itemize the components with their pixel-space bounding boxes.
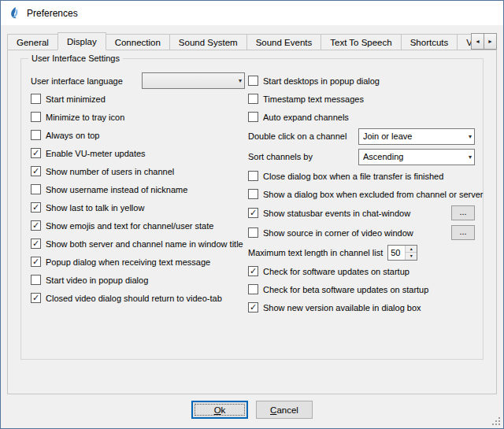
checkbox-label[interactable]: Popup dialog when receiving text message: [46, 257, 210, 267]
checkbox-show-new-version-in-dialog-box[interactable]: ✓: [248, 302, 258, 313]
checkbox-close-dialog-when-file-transfer-finished[interactable]: [248, 171, 258, 181]
checkbox-label[interactable]: Show statusbar events in chat-window: [263, 209, 410, 218]
checkbox-label[interactable]: Start video in popup dialog: [46, 276, 148, 285]
checkbox-row[interactable]: ✓ Show emojis and text for channel/user …: [31, 216, 245, 235]
tab-scroll-left-button[interactable]: ◄: [471, 33, 484, 50]
checkbox-label[interactable]: Show number of users in channel: [46, 167, 174, 176]
checkbox-label[interactable]: Enable VU-meter updates: [46, 149, 146, 158]
checkbox-auto-expand-channels[interactable]: [248, 112, 258, 122]
checkbox-row[interactable]: ✓ Show new version available in dialog b…: [248, 298, 475, 316]
tab-sound-events[interactable]: Sound Events: [246, 34, 322, 50]
tab-general[interactable]: General: [7, 34, 58, 50]
checkbox-row[interactable]: ✓ Popup dialog when receiving text messa…: [31, 253, 245, 271]
checkbox-timestamp-text-messages[interactable]: [248, 94, 258, 104]
checkbox-label[interactable]: Show source in corner of video window: [263, 228, 413, 238]
group-title: User Interface Settings: [28, 54, 123, 63]
cancel-button[interactable]: Cancel: [256, 401, 313, 419]
checkbox-row[interactable]: Auto expand channels: [248, 108, 475, 126]
right-column: Start desktops in popup dialog Timestamp…: [248, 72, 475, 316]
checkbox-minimize-to-tray-icon[interactable]: [31, 112, 41, 122]
chevron-down-icon: ▾: [464, 133, 472, 140]
checkbox-row[interactable]: Minimize to tray icon: [31, 108, 245, 126]
checkbox-row[interactable]: ✓ Show both server and channel name in w…: [31, 235, 245, 253]
checkbox-row[interactable]: Timestamp text messages: [248, 90, 475, 108]
checkbox-label[interactable]: Start desktops in popup dialog: [263, 76, 380, 86]
spinbox-value[interactable]: 50: [388, 246, 405, 260]
checkbox-label[interactable]: Show new version available in dialog box: [263, 303, 421, 313]
tab-display[interactable]: Display: [57, 32, 106, 50]
sort-channels-row: Sort channels by Ascending ▾: [248, 146, 475, 167]
checkbox-row[interactable]: Show username instead of nickname: [31, 180, 245, 198]
sort-channels-combobox[interactable]: Ascending ▾: [358, 149, 475, 165]
checkbox-show-statusbar-events-in-chat-window[interactable]: ✓: [248, 208, 258, 218]
checkbox-start-video-in-popup-dialog[interactable]: [31, 275, 41, 285]
checkbox-check-for-software-updates[interactable]: ✓: [248, 266, 258, 276]
double-click-label: Double click on a channel: [248, 131, 346, 141]
checkbox-label[interactable]: Show username instead of nickname: [46, 185, 187, 194]
checkbox-label[interactable]: Check for beta software updates on start…: [263, 285, 428, 294]
checkbox-row[interactable]: Start desktops in popup dialog: [248, 72, 475, 90]
checkbox-row[interactable]: Start minimized: [31, 90, 245, 108]
tab-scroll-right-button[interactable]: ►: [484, 33, 497, 50]
video-source-more-button[interactable]: ...: [451, 225, 475, 240]
checkbox-start-minimized[interactable]: [31, 94, 41, 104]
spinbox-buttons: ▴ ▾: [405, 246, 417, 260]
checkbox-row[interactable]: ✓ Show statusbar events in chat-window: [248, 208, 410, 218]
chevron-down-icon: ▾: [234, 77, 242, 84]
checkbox-label[interactable]: Always on top: [46, 131, 99, 140]
double-click-value: Join or leave: [363, 131, 464, 141]
checkbox-label[interactable]: Show both server and channel name in win…: [46, 239, 243, 249]
tab-sound-system[interactable]: Sound System: [169, 34, 247, 50]
language-combobox[interactable]: ▾: [142, 72, 245, 89]
chevron-down-icon: ▾: [464, 153, 472, 161]
checkbox-label[interactable]: Check for software updates on startup: [263, 267, 410, 276]
max-text-length-spinbox[interactable]: 50 ▴ ▾: [387, 245, 417, 261]
checkbox-show-server-and-channel-in-title[interactable]: ✓: [31, 239, 41, 249]
checkbox-label[interactable]: Timestamp text messages: [263, 94, 364, 104]
checkbox-row[interactable]: Show source in corner of video window: [248, 227, 413, 238]
spin-down-button[interactable]: ▾: [406, 252, 417, 260]
preferences-dialog: Preferences General Display Connection S…: [0, 0, 504, 429]
checkbox-show-source-in-corner-of-video-window[interactable]: [248, 227, 258, 238]
sort-channels-label: Sort channels by: [248, 152, 313, 161]
checkbox-row[interactable]: ✓ Show number of users in channel: [31, 162, 245, 180]
checkbox-row[interactable]: ✓ Enable VU-meter updates: [31, 144, 245, 162]
checkbox-always-on-top[interactable]: [31, 130, 41, 140]
checkbox-row[interactable]: ✓ Closed video dialog should return to v…: [31, 289, 245, 307]
checkbox-show-last-to-talk-in-yellow[interactable]: ✓: [31, 202, 41, 213]
tab-shortcuts[interactable]: Shortcuts: [401, 34, 458, 50]
checkbox-row[interactable]: Show a dialog box when excluded from cha…: [248, 185, 475, 203]
checkbox-popup-dialog-on-text-message[interactable]: ✓: [31, 257, 41, 267]
checkbox-label[interactable]: Auto expand channels: [263, 113, 349, 122]
checkbox-show-username-instead-of-nickname[interactable]: [31, 184, 41, 194]
checkbox-row[interactable]: Always on top: [31, 126, 245, 144]
checkbox-check-for-beta-updates[interactable]: [248, 284, 258, 294]
spin-up-button[interactable]: ▴: [406, 246, 417, 253]
checkbox-label[interactable]: Show emojis and text for channel/user st…: [46, 221, 213, 231]
checkbox-start-desktops-in-popup-dialog[interactable]: [248, 76, 258, 86]
tab-page-display: User Interface Settings User interface l…: [7, 50, 497, 394]
titlebar[interactable]: Preferences: [1, 1, 503, 25]
checkbox-row[interactable]: ✓ Check for software updates on startup: [248, 262, 475, 280]
checkbox-label[interactable]: Show last to talk in yellow: [46, 203, 144, 213]
double-click-combobox[interactable]: Join or leave ▾: [358, 128, 475, 145]
checkbox-row[interactable]: Close dialog box when a file transfer is…: [248, 167, 475, 185]
checkbox-label[interactable]: Start minimized: [46, 94, 106, 104]
checkbox-row[interactable]: Start video in popup dialog: [31, 271, 245, 289]
checkbox-show-number-of-users-in-channel[interactable]: ✓: [31, 166, 41, 176]
checkbox-show-emojis-and-text-for-state[interactable]: ✓: [31, 220, 41, 231]
checkbox-show-dialog-when-excluded[interactable]: [248, 189, 258, 199]
checkbox-label[interactable]: Closed video dialog should return to vid…: [46, 294, 222, 303]
checkbox-row[interactable]: Check for beta software updates on start…: [248, 280, 475, 298]
tab-connection[interactable]: Connection: [106, 34, 170, 50]
ok-button[interactable]: Ok: [191, 401, 248, 419]
resize-grip[interactable]: [491, 416, 501, 426]
checkbox-closed-video-return-to-video-tab[interactable]: ✓: [31, 293, 41, 303]
checkbox-label[interactable]: Minimize to tray icon: [46, 113, 124, 122]
checkbox-row[interactable]: ✓ Show last to talk in yellow: [31, 198, 245, 216]
checkbox-label[interactable]: Show a dialog box when excluded from cha…: [263, 190, 483, 199]
tab-text-to-speech[interactable]: Text To Speech: [321, 34, 401, 50]
statusbar-events-more-button[interactable]: ...: [451, 205, 475, 220]
checkbox-enable-vu-meter-updates[interactable]: ✓: [31, 148, 41, 158]
checkbox-label[interactable]: Close dialog box when a file transfer is…: [263, 172, 443, 181]
